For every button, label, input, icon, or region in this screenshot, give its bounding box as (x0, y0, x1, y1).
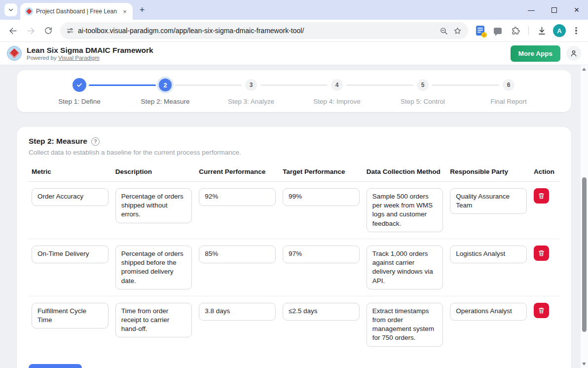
data-collection-input-row1[interactable]: Sample 500 orders per week from WMS logs… (367, 188, 443, 232)
browser-tab[interactable]: Project Dashboard | Free Lean S × (20, 3, 133, 20)
add-row-button[interactable]: + Add Row (29, 364, 82, 368)
delete-row-button-row1[interactable] (534, 188, 549, 204)
step-5-control[interactable]: 5 Step 5: Control (380, 78, 466, 105)
back-button[interactable] (5, 23, 21, 39)
toolbar-divider (528, 26, 529, 35)
step-label: Final Report (490, 98, 527, 105)
profile-avatar: A (553, 24, 566, 37)
step-label: Step 4: Improve (313, 98, 360, 105)
tab-search-button[interactable] (4, 3, 17, 16)
back-arrow-icon (8, 26, 18, 36)
extensions-button[interactable] (508, 23, 523, 39)
new-tab-button[interactable]: + (136, 3, 148, 16)
forward-arrow-icon (26, 26, 36, 36)
address-bar[interactable]: ai-toolbox.visual-paradigm.com/app/lean-… (60, 22, 468, 39)
current-performance-input-row2[interactable]: 85% (199, 245, 276, 263)
visual-paradigm-logo (7, 46, 22, 61)
current-performance-input-row1[interactable]: 92% (199, 188, 276, 206)
col-responsible-party: Responsible Party (450, 168, 527, 175)
col-action: Action (534, 168, 556, 175)
close-window-button[interactable]: × (565, 0, 588, 20)
stepper-card: Step 1: Define 2 Step 2: Measure 3 Step … (17, 70, 571, 112)
step-4-improve[interactable]: 4 Step 4: Improve (294, 78, 380, 105)
measure-card: Step 2: Measure ? Collect data to establ… (17, 127, 571, 368)
reload-button[interactable] (40, 23, 56, 39)
step-label: Step 5: Control (401, 98, 445, 105)
window-controls: — × (520, 0, 588, 20)
step-5-number: 5 (417, 79, 429, 91)
download-badge-icon: ↓ (481, 32, 487, 38)
help-icon[interactable]: ? (91, 137, 100, 146)
step-1-define[interactable]: Step 1: Define (37, 78, 122, 105)
description-input-row1[interactable]: Percentage of orders shipped without err… (115, 188, 192, 223)
target-performance-input-row3[interactable]: ≤2.5 days (283, 303, 360, 321)
responsible-party-input-row3[interactable]: Operations Analyst (450, 303, 527, 321)
target-performance-input-row1[interactable]: 99% (283, 188, 360, 206)
metric-input-row2[interactable]: On-Time Delivery (32, 245, 109, 263)
minimize-button[interactable]: — (520, 0, 543, 20)
data-collection-input-row2[interactable]: Track 1,000 orders against carrier deliv… (367, 245, 443, 289)
data-collection-input-row3[interactable]: Extract timestamps from order management… (367, 303, 443, 347)
current-performance-input-row3[interactable]: 3.8 days (199, 303, 276, 321)
trash-icon (538, 249, 545, 257)
reload-icon (44, 26, 53, 35)
zoom-button[interactable] (437, 24, 450, 38)
page-scrollbar[interactable] (581, 65, 588, 368)
measure-table: Metric Description Current Performance T… (29, 168, 559, 353)
user-account-button[interactable] (566, 46, 581, 61)
app-header: Lean Six Sigma DMAIC Framework Powered b… (0, 42, 588, 65)
table-row: Order Accuracy Percentage of orders ship… (29, 182, 559, 239)
page-content: Step 1: Define 2 Step 2: Measure 3 Step … (0, 65, 588, 368)
responsible-party-input-row2[interactable]: Logistics Analyst (450, 245, 527, 263)
col-description: Description (115, 168, 192, 175)
forward-button[interactable] (23, 23, 38, 39)
description-input-row2[interactable]: Percentage of orders shipped before the … (115, 245, 192, 289)
dmaic-stepper: Step 1: Define 2 Step 2: Measure 3 Step … (37, 78, 551, 105)
maximize-button[interactable] (543, 0, 565, 20)
delete-row-button-row3[interactable] (534, 303, 549, 318)
site-settings-icon[interactable] (66, 27, 74, 35)
comment-extension-button[interactable] (490, 23, 506, 39)
step-6-final-report[interactable]: 6 Final Report (466, 78, 551, 105)
col-data-collection-method: Data Collection Method (367, 168, 443, 175)
app-title: Lean Six Sigma DMAIC Framework (27, 46, 153, 55)
tab-close-icon[interactable]: × (121, 7, 129, 15)
delete-row-button-row2[interactable] (534, 245, 549, 261)
chat-bubble-icon (494, 28, 502, 34)
step-6-number: 6 (503, 79, 514, 91)
step-label: Step 3: Analyze (228, 98, 274, 105)
chevron-down-icon (8, 7, 14, 13)
visual-paradigm-link[interactable]: Visual Paradigm (58, 55, 100, 61)
step-2-number: 2 (159, 79, 172, 91)
step-3-number: 3 (245, 79, 257, 91)
description-input-row3[interactable]: Time from order receipt to carrier hand-… (115, 303, 192, 338)
trash-icon (538, 307, 545, 314)
step-3-analyze[interactable]: 3 Step 3: Analyze (208, 78, 294, 105)
bookmark-button[interactable] (450, 24, 464, 38)
profile-button[interactable]: A (551, 23, 567, 39)
url-text[interactable]: ai-toolbox.visual-paradigm.com/app/lean-… (78, 27, 437, 35)
step-label: Step 2: Measure (141, 98, 189, 105)
downloads-button[interactable] (534, 23, 550, 39)
person-icon (569, 49, 578, 58)
step-2-measure[interactable]: 2 Step 2: Measure (122, 78, 208, 105)
more-apps-button[interactable]: More Apps (511, 45, 560, 62)
document-download-icon: ↓ (476, 26, 484, 36)
browser-menu-button[interactable] (568, 27, 584, 35)
browser-titlebar: Project Dashboard | Free Lean S × + — × (0, 0, 588, 20)
scroll-down-arrow-icon[interactable] (582, 363, 586, 366)
target-performance-input-row2[interactable]: 97% (283, 245, 360, 263)
metric-input-row1[interactable]: Order Accuracy (32, 188, 109, 206)
browser-toolbar: ai-toolbox.visual-paradigm.com/app/lean-… (0, 20, 588, 42)
scroll-up-arrow-icon[interactable] (582, 68, 586, 71)
section-title: Step 2: Measure (29, 137, 87, 146)
reading-list-extension-button[interactable]: ↓ (472, 23, 488, 39)
step-label: Step 1: Define (58, 98, 101, 105)
col-target-performance: Target Performance (283, 168, 360, 175)
scrollbar-thumb[interactable] (582, 177, 587, 332)
puzzle-icon (511, 26, 520, 36)
responsible-party-input-row1[interactable]: Quality Assurance Team (450, 188, 527, 214)
zoom-out-icon (440, 27, 448, 35)
metric-input-row3[interactable]: Fulfillment Cycle Time (32, 303, 109, 328)
powered-by-text: Powered by (27, 55, 57, 61)
